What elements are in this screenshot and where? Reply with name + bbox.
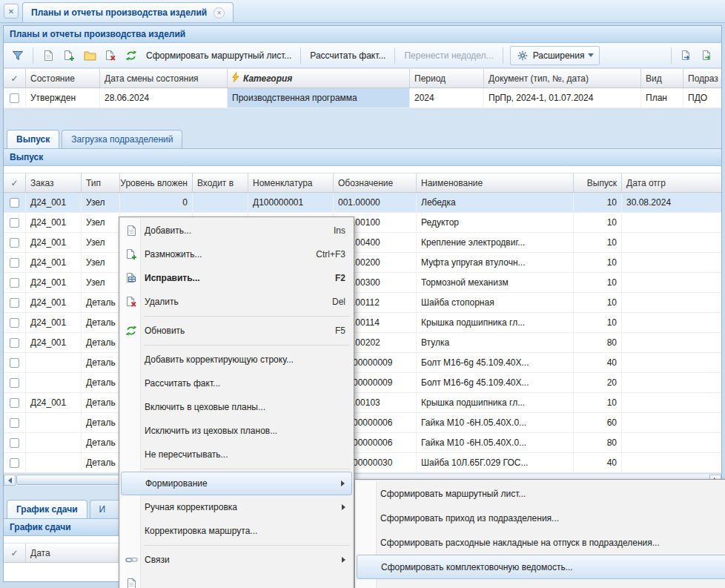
output-table-row[interactable]: Д24_001Деталь001.00202Втулка80 — [4, 333, 721, 353]
output-table-row[interactable]: Д24_001Узел0Д100000001001.00000Лебедка10… — [4, 193, 721, 213]
scrollbar-thumb[interactable] — [16, 475, 128, 485]
report-icon[interactable] — [678, 47, 695, 64]
context-menu-item[interactable]: Ручная корректировка — [121, 495, 352, 519]
move-backlog-button[interactable]: Перенести недодел... — [402, 47, 495, 64]
tab-output[interactable]: Выпуск — [7, 130, 59, 148]
output-table-row[interactable]: Д24_001Деталь001.00114Крышка подшипника … — [4, 313, 721, 333]
add-document-icon[interactable] — [40, 47, 56, 64]
context-menu-item[interactable]: Исправить...F2 — [121, 266, 352, 290]
row-checkbox[interactable] — [10, 398, 19, 408]
context-menu-item[interactable]: УдалитьDel — [121, 290, 352, 314]
row-checkbox[interactable] — [10, 218, 19, 228]
select-all-column-header[interactable]: ✓ — [4, 69, 26, 87]
export-icon[interactable] — [699, 47, 715, 64]
column-header-state-date[interactable]: Дата смены состояния — [100, 69, 228, 87]
context-menu-item[interactable] — [121, 572, 352, 588]
docs-table-row[interactable]: Утвержден28.06.2024Производственная прог… — [4, 88, 721, 108]
context-menu-item[interactable]: Включить в цеховые планы... — [121, 395, 352, 419]
context-menu-item[interactable]: Не пересчитывать... — [121, 443, 352, 466]
output-table-row[interactable]: Деталь00000000009Болт М16-6g 45.109.40Х.… — [4, 353, 721, 373]
select-all-column-header[interactable]: ✓ — [4, 544, 26, 562]
output-table-row[interactable]: Д24_001Деталь001.00112Шайба стопорная10 — [4, 293, 721, 313]
row-select-cell[interactable] — [4, 453, 26, 472]
row-checkbox[interactable] — [10, 238, 19, 248]
row-checkbox[interactable] — [10, 278, 19, 288]
column-header-level[interactable]: Уровень вложен — [120, 174, 193, 192]
tab-delivery-schedule[interactable]: График сдачи — [7, 500, 87, 518]
row-select-cell[interactable] — [4, 213, 26, 232]
column-header-kind[interactable]: Вид — [641, 69, 683, 87]
row-checkbox[interactable] — [10, 378, 19, 388]
column-header-document[interactable]: Документ (тип, №, дата) — [484, 69, 641, 87]
output-table-row[interactable]: Д24_001Узел001.00400Крепление электродви… — [4, 233, 721, 253]
submenu-item[interactable]: Сформировать расходные накладные на отпу… — [357, 530, 725, 555]
column-header-output[interactable]: Выпуск — [574, 174, 622, 192]
column-header-department[interactable]: Подраз — [683, 69, 721, 87]
row-select-cell[interactable] — [4, 293, 26, 312]
context-menu-item[interactable]: Рассчитать факт... — [121, 371, 352, 395]
tab-close-icon[interactable]: ✕ — [213, 7, 225, 19]
row-checkbox[interactable] — [10, 358, 19, 368]
delete-document-icon[interactable] — [102, 47, 119, 64]
context-menu-item[interactable]: Формирование — [121, 472, 352, 495]
row-checkbox[interactable] — [10, 198, 19, 208]
column-header-name[interactable]: Наименование — [417, 174, 574, 192]
submenu-item[interactable]: Сформировать маршрутный лист... — [357, 481, 725, 506]
row-select-cell[interactable] — [4, 373, 26, 392]
open-folder-icon[interactable] — [82, 47, 98, 64]
row-select-cell[interactable] — [4, 393, 26, 412]
context-menu-item[interactable]: Добавить...Ins — [121, 219, 352, 242]
column-header-order[interactable]: Заказ — [26, 174, 82, 192]
row-checkbox[interactable] — [10, 438, 19, 448]
column-header-date[interactable]: Дата — [26, 544, 121, 562]
column-header-period[interactable]: Период — [410, 69, 484, 87]
column-header-ship-date[interactable]: Дата отгр — [622, 174, 721, 192]
context-menu-item[interactable]: Связи — [121, 548, 352, 572]
select-all-column-header[interactable]: ✓ — [4, 174, 26, 192]
row-select-cell[interactable] — [4, 233, 26, 252]
output-table-row[interactable]: Деталь00000000006Гайка М10 -6Н.05.40Х.0.… — [4, 433, 721, 453]
refresh-icon[interactable] — [123, 47, 139, 64]
filter-icon[interactable] — [10, 47, 26, 64]
submenu-item[interactable]: Сформировать комплектовочную ведомость..… — [357, 555, 725, 579]
row-select-cell[interactable] — [4, 313, 26, 332]
row-checkbox[interactable] — [10, 258, 19, 268]
row-select-cell[interactable] — [4, 353, 26, 372]
context-menu-item[interactable]: Исключить из цеховых планов... — [121, 419, 352, 443]
row-select-cell[interactable] — [4, 193, 26, 212]
row-checkbox[interactable] — [10, 318, 19, 328]
row-checkbox[interactable] — [10, 418, 19, 428]
column-header-type[interactable]: Тип — [82, 174, 120, 192]
row-checkbox[interactable] — [10, 298, 19, 308]
output-table-row[interactable]: Д24_001Узел001.00100Редуктор10 — [4, 213, 721, 233]
output-table-row[interactable]: Д24_001Деталь001.00103Крышка подшипника … — [4, 393, 721, 413]
tab-plans-and-reports[interactable]: Планы и отчеты производства изделий ✕ — [22, 2, 234, 22]
tab-load-departments[interactable]: Загрузка подразделений — [62, 130, 182, 148]
context-menu-item[interactable]: Корректировка маршрута... — [121, 519, 352, 543]
submenu-item[interactable] — [357, 579, 725, 588]
output-table-row[interactable]: Д24_001Узел001.00300Тормозной механизм10 — [4, 273, 721, 293]
close-tab-group-button[interactable]: ✕ — [4, 4, 19, 19]
column-header-parent[interactable]: Входит в — [193, 174, 248, 192]
row-checkbox[interactable] — [10, 338, 19, 348]
column-header-designation[interactable]: Обозначение — [334, 174, 417, 192]
context-menu-item[interactable]: ОбновитьF5 — [121, 319, 352, 343]
calc-fact-button[interactable]: Рассчитать факт... — [308, 47, 388, 64]
column-header-nomenclature[interactable]: Номенклатура — [248, 174, 334, 192]
scroll-left-button[interactable] — [4, 475, 16, 486]
output-table-row[interactable]: Деталь00000000009Болт М16-6g 45.109.40Х.… — [4, 373, 721, 393]
row-select-cell[interactable] — [4, 333, 26, 352]
column-header-state[interactable]: Состояние — [26, 69, 100, 87]
row-select-cell[interactable] — [4, 433, 26, 452]
row-select-cell[interactable] — [4, 413, 26, 432]
clone-document-icon[interactable] — [61, 47, 77, 64]
context-menu-item[interactable]: Добавить корректирующую строку... — [121, 348, 352, 371]
row-select-cell[interactable] — [4, 253, 26, 272]
make-route-sheet-button[interactable]: Сформировать маршрутный лист... — [144, 47, 294, 64]
extensions-dropdown-button[interactable]: Расширения — [510, 46, 600, 65]
submenu-item[interactable]: Сформировать приход из подразделения... — [357, 506, 725, 530]
output-table-row[interactable]: Деталь00000000006Гайка М10 -6Н.05.40Х.0.… — [4, 413, 721, 433]
row-checkbox[interactable] — [10, 458, 19, 468]
row-checkbox[interactable] — [10, 93, 19, 103]
output-table-row[interactable]: Деталь00000000030Шайба 10Л.65Г.029 ГОС..… — [4, 453, 721, 473]
